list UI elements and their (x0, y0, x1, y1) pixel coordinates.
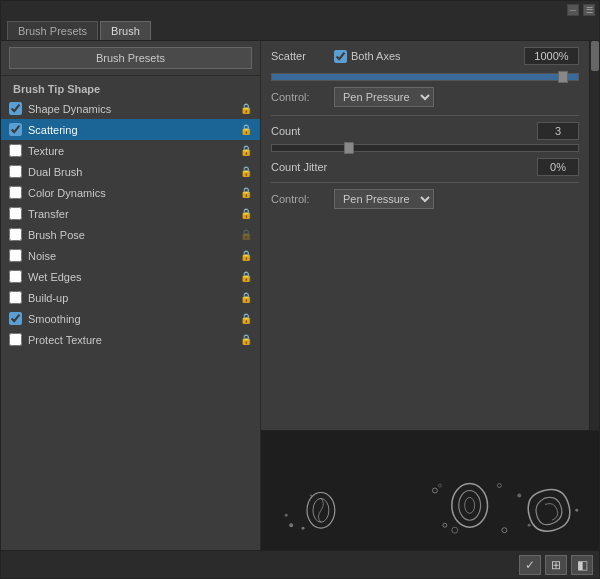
checkbox-protect-texture[interactable] (9, 333, 22, 346)
svg-point-17 (528, 524, 531, 527)
right-scroll-area: Scatter Both Axes 1000% (261, 41, 589, 430)
control-row-1: Control: Pen Pressure Off Fade Pen Tilt (271, 87, 579, 107)
lock-icon-wet-edges: 🔒 (240, 271, 252, 283)
list-item-transfer[interactable]: Transfer 🔒 (1, 203, 260, 224)
scatter-row: Scatter Both Axes 1000% (271, 47, 579, 65)
svg-point-15 (517, 493, 521, 497)
label-noise: Noise (28, 250, 236, 262)
scrollbar-thumb[interactable] (591, 41, 599, 71)
count-jitter-label: Count Jitter (271, 161, 529, 173)
control-select-1[interactable]: Pen Pressure Off Fade Pen Tilt (334, 87, 434, 107)
checkbox-scattering[interactable] (9, 123, 22, 136)
list-item-color-dynamics[interactable]: Color Dynamics 🔒 (1, 182, 260, 203)
svg-point-8 (465, 497, 475, 513)
right-scrollbar[interactable] (589, 41, 599, 430)
label-texture: Texture (28, 145, 236, 157)
control-row-2: Control: Pen Pressure Off Fade Pen Tilt (271, 189, 579, 209)
list-item-brush-pose[interactable]: Brush Pose 🔒 (1, 224, 260, 245)
grid-icon: ⊞ (551, 558, 561, 572)
left-panel: Brush Presets Brush Tip Shape Shape Dyna… (1, 41, 261, 550)
label-smoothing: Smoothing (28, 313, 236, 325)
list-item-wet-edges[interactable]: Wet Edges 🔒 (1, 266, 260, 287)
brush-presets-button[interactable]: Brush Presets (9, 47, 252, 69)
list-item-dual-brush[interactable]: Dual Brush 🔒 (1, 161, 260, 182)
label-build-up: Build-up (28, 292, 236, 304)
svg-point-9 (432, 488, 437, 493)
right-panel: Scatter Both Axes 1000% (261, 41, 599, 550)
svg-point-13 (497, 484, 501, 488)
count-jitter-row: Count Jitter 0% (271, 158, 579, 176)
list-item-protect-texture[interactable]: Protect Texture 🔒 (1, 329, 260, 350)
checkbox-brush-pose[interactable] (9, 228, 22, 241)
lock-icon-smoothing: 🔒 (240, 313, 252, 325)
checkbox-build-up[interactable] (9, 291, 22, 304)
both-axes-label: Both Axes (351, 50, 401, 62)
checkbox-dual-brush[interactable] (9, 165, 22, 178)
view-button[interactable]: ◧ (571, 555, 593, 575)
view-icon: ◧ (577, 558, 588, 572)
svg-point-12 (452, 527, 458, 533)
lock-icon-brush-pose: 🔒 (240, 229, 252, 241)
checkbox-wet-edges[interactable] (9, 270, 22, 283)
scatter-slider-container (271, 73, 579, 81)
checkbox-color-dynamics[interactable] (9, 186, 22, 199)
list-item-texture[interactable]: Texture 🔒 (1, 140, 260, 161)
lock-icon-color-dynamics: 🔒 (240, 187, 252, 199)
list-item-noise[interactable]: Noise 🔒 (1, 245, 260, 266)
checkbox-texture[interactable] (9, 144, 22, 157)
count-jitter-value[interactable]: 0% (537, 158, 579, 176)
control-select-2[interactable]: Pen Pressure Off Fade Pen Tilt (334, 189, 434, 209)
divider-1 (271, 115, 579, 116)
svg-point-10 (438, 484, 441, 487)
scatter-value[interactable]: 1000% (524, 47, 579, 65)
list-item-smoothing[interactable]: Smoothing 🔒 (1, 308, 260, 329)
menu-button[interactable]: ☰ (583, 4, 595, 16)
scatter-slider-thumb[interactable] (558, 71, 568, 83)
tabs-row: Brush Presets Brush (1, 19, 599, 41)
tab-brush-presets[interactable]: Brush Presets (7, 21, 98, 40)
list-item-shape-dynamics[interactable]: Shape Dynamics 🔒 (1, 98, 260, 119)
lock-icon-noise: 🔒 (240, 250, 252, 262)
svg-point-7 (459, 491, 481, 521)
collapse-button[interactable]: ─ (567, 4, 579, 16)
control-label-2: Control: (271, 193, 326, 205)
checkmark-button[interactable]: ✓ (519, 555, 541, 575)
svg-point-11 (443, 523, 447, 527)
divider-2 (271, 182, 579, 183)
label-wet-edges: Wet Edges (28, 271, 236, 283)
tab-brush[interactable]: Brush (100, 21, 151, 40)
both-axes-checkbox[interactable] (334, 50, 347, 63)
lock-icon-scattering: 🔒 (240, 124, 252, 136)
scatter-slider[interactable] (271, 73, 579, 81)
svg-point-5 (310, 494, 312, 496)
title-bar: ─ ☰ (1, 1, 599, 19)
label-transfer: Transfer (28, 208, 236, 220)
checkbox-noise[interactable] (9, 249, 22, 262)
brush-panel: ─ ☰ Brush Presets Brush Brush Presets Br… (0, 0, 600, 579)
svg-point-16 (575, 509, 578, 512)
checkbox-transfer[interactable] (9, 207, 22, 220)
count-label: Count (271, 125, 529, 137)
lock-icon-dual-brush: 🔒 (240, 166, 252, 178)
svg-point-4 (302, 527, 305, 530)
count-value[interactable]: 3 (537, 122, 579, 140)
count-slider-thumb[interactable] (344, 142, 354, 154)
preview-area (261, 430, 599, 550)
list-item-build-up[interactable]: Build-up 🔒 (1, 287, 260, 308)
list-item-scattering[interactable]: Scattering 🔒 (1, 119, 260, 140)
label-protect-texture: Protect Texture (28, 334, 236, 346)
lock-icon-shape-dynamics: 🔒 (240, 103, 252, 115)
control-label-1: Control: (271, 91, 326, 103)
checkbox-smoothing[interactable] (9, 312, 22, 325)
label-brush-pose: Brush Pose (28, 229, 236, 241)
lock-icon-texture: 🔒 (240, 145, 252, 157)
label-color-dynamics: Color Dynamics (28, 187, 236, 199)
grid-button[interactable]: ⊞ (545, 555, 567, 575)
both-axes-check: Both Axes (334, 50, 516, 63)
checkbox-shape-dynamics[interactable] (9, 102, 22, 115)
main-content: Brush Presets Brush Tip Shape Shape Dyna… (1, 41, 599, 550)
label-dual-brush: Dual Brush (28, 166, 236, 178)
lock-icon-transfer: 🔒 (240, 208, 252, 220)
count-slider[interactable] (271, 144, 579, 152)
label-shape-dynamics: Shape Dynamics (28, 103, 236, 115)
